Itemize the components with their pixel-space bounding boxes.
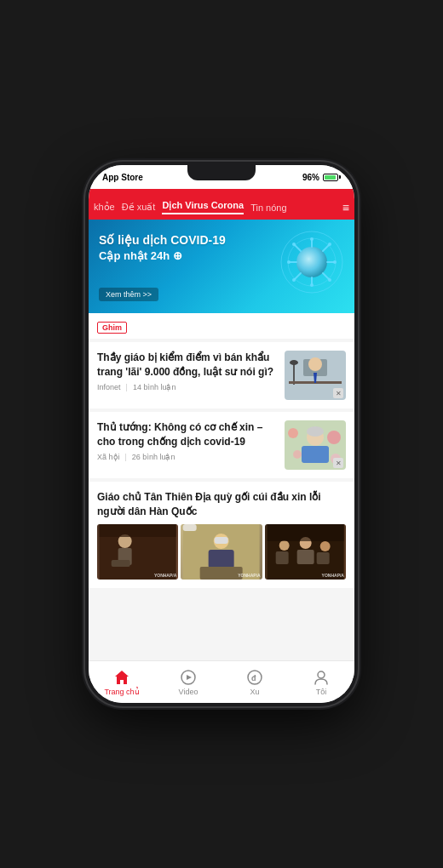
hamburger-menu-icon[interactable]: ≡	[342, 201, 349, 214]
news-article-2[interactable]: Thủ tướng: Không có cơ chế xin – cho tro…	[89, 412, 354, 478]
notch	[187, 165, 256, 180]
strip-watermark-2: YONHAP/A	[238, 573, 260, 578]
nav-item-deXuat[interactable]: Đề xuất	[122, 202, 156, 214]
news-comments-2: 26 bình luận	[132, 453, 175, 461]
tab-video-label: Video	[179, 688, 198, 696]
banner-button[interactable]: Xem thêm >>	[99, 288, 158, 301]
svg-point-21	[308, 357, 322, 371]
svg-point-32	[293, 450, 302, 459]
close-icon-1[interactable]: ✕	[333, 388, 343, 398]
nav-bar: khỏe Đề xuất Dịch Virus Corona Tin nóng …	[89, 189, 354, 220]
svg-rect-38	[100, 524, 176, 537]
tab-me-label: Tôi	[316, 688, 327, 696]
svg-point-10	[333, 260, 337, 264]
svg-rect-49	[275, 551, 288, 564]
svg-point-12	[292, 243, 296, 246]
nav-item-khoe[interactable]: khỏe	[94, 202, 115, 214]
status-right: 96%	[302, 173, 341, 182]
svg-point-18	[328, 243, 331, 246]
strip-image-2: YONHAP/A	[181, 524, 262, 580]
svg-point-8	[287, 260, 291, 264]
bottom-spacer	[89, 588, 354, 595]
news-thumb-2: ✕	[285, 420, 346, 470]
phone-inner: App Store 96% khỏe Đề xuất Dịch Virus Co…	[89, 165, 354, 703]
news-title-2: Thủ tướng: Không có cơ chế xin – cho tro…	[97, 420, 278, 449]
svg-rect-42	[215, 537, 228, 544]
svg-point-58	[318, 671, 325, 678]
banner-subtitle: Cập nhật 24h ⊕	[99, 249, 226, 262]
strip-watermark-1: YONHAP/A	[154, 573, 176, 578]
svg-line-11	[295, 245, 301, 251]
video-icon	[180, 669, 197, 686]
tab-xu[interactable]: đ Xu	[222, 669, 288, 696]
news-meta-2: Xã hội | 26 bình luận	[97, 453, 278, 461]
strip-image-1: YONHAP/A	[97, 524, 178, 580]
news-thumb-1: ✕	[285, 351, 346, 400]
svg-point-4	[310, 237, 314, 241]
svg-line-15	[295, 273, 301, 279]
trend-icon: đ	[246, 669, 263, 686]
svg-rect-51	[316, 552, 329, 564]
svg-rect-41	[183, 524, 197, 531]
svg-point-23	[290, 360, 298, 365]
svg-point-31	[327, 431, 341, 444]
svg-point-16	[292, 278, 296, 282]
svg-point-28	[307, 426, 324, 437]
news-text-2: Thủ tướng: Không có cơ chế xin – cho tro…	[97, 420, 278, 461]
svg-point-6	[310, 283, 314, 287]
close-icon-2[interactable]: ✕	[333, 458, 343, 468]
svg-point-48	[319, 541, 330, 551]
news-article-1[interactable]: Thầy giáo bị kiểm điểm vì bán khẩu trang…	[89, 342, 354, 408]
status-bar: App Store 96%	[89, 165, 354, 189]
svg-point-53	[120, 675, 124, 678]
svg-rect-44	[200, 567, 243, 580]
home-icon	[113, 669, 130, 686]
svg-text:đ: đ	[251, 674, 256, 682]
news-source-1: Infonet	[97, 383, 121, 391]
banner-text-block: Số liệu dịch COVID-19 Cập nhật 24h ⊕	[99, 233, 226, 262]
nav-item-tinNong[interactable]: Tin nóng	[250, 203, 286, 214]
news-source-2: Xã hội	[97, 453, 120, 461]
svg-point-30	[288, 428, 298, 438]
news-text-1: Thầy giáo bị kiểm điểm vì bán khẩu trang…	[97, 351, 278, 391]
tab-xu-label: Xu	[250, 688, 259, 696]
content-scroll[interactable]: Số liệu dịch COVID-19 Cập nhật 24h ⊕ Xem…	[89, 220, 354, 660]
tab-video[interactable]: Video	[155, 669, 222, 696]
phone-frame: App Store 96% khỏe Đề xuất Dịch Virus Co…	[85, 162, 358, 706]
banner-title: Số liệu dịch COVID-19	[99, 233, 226, 248]
svg-line-17	[323, 245, 329, 251]
svg-rect-29	[302, 446, 329, 463]
strip-image-3: YONHAP/A	[265, 524, 346, 580]
svg-line-13	[323, 273, 329, 279]
battery-icon	[323, 174, 341, 181]
svg-rect-37	[112, 560, 130, 567]
news-title-1: Thầy giáo bị kiểm điểm vì bán khẩu trang…	[97, 351, 278, 380]
svg-rect-50	[296, 550, 314, 564]
news-meta-1: Infonet | 14 bình luận	[97, 383, 278, 391]
svg-point-46	[279, 540, 289, 551]
pinned-tag: Ghim	[97, 322, 127, 334]
nav-item-dichVirus[interactable]: Dịch Virus Corona	[162, 200, 244, 214]
tab-me[interactable]: Tôi	[288, 669, 354, 696]
pinned-tag-row: Ghim	[89, 313, 354, 339]
carrier-text: App Store	[102, 173, 143, 182]
strip-watermark-3: YONHAP/A	[322, 573, 344, 578]
user-icon	[313, 669, 330, 686]
tab-home-label: Trang chủ	[104, 688, 139, 696]
tab-bar: Trang chủ Video đ Xu	[89, 660, 354, 703]
svg-rect-52	[267, 524, 343, 541]
svg-rect-43	[209, 550, 234, 568]
news-title-3: Giáo chủ Tân Thiên Địa quỳ gối cúi đầu x…	[97, 490, 346, 519]
svg-marker-55	[187, 675, 192, 680]
covid-banner[interactable]: Số liệu dịch COVID-19 Cập nhật 24h ⊕ Xem…	[89, 220, 354, 313]
news-comments-1: 14 bình luận	[133, 383, 176, 391]
svg-point-14	[328, 278, 331, 282]
battery-percent: 96%	[302, 173, 319, 182]
virus-illustration	[278, 228, 346, 296]
news-article-3[interactable]: Giáo chủ Tân Thiên Địa quỳ gối cúi đầu x…	[89, 482, 354, 588]
tab-home[interactable]: Trang chủ	[89, 669, 155, 696]
image-strip: YONHAP/A YONHAP/A	[97, 524, 346, 580]
